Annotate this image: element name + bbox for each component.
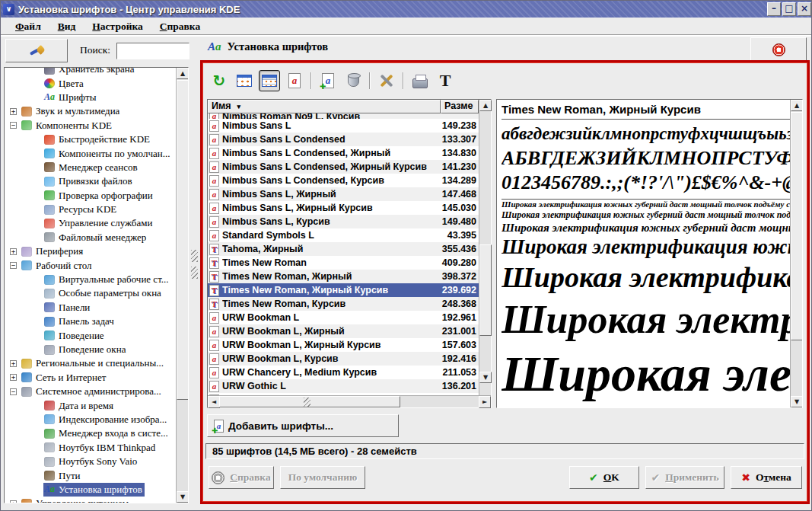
sidebar-item[interactable]: Быстродействие KDE [5, 133, 174, 146]
sidebar-item[interactable]: Дата и время [5, 398, 174, 412]
sidebar-item[interactable]: +Звук и мультимедиа [5, 104, 174, 118]
sidebar-item[interactable]: Компоненты по умолчан... [5, 146, 174, 160]
font-row[interactable]: aStandard Symbols L43.395 [208, 228, 479, 242]
sidebar-item[interactable]: +Управление питанием [5, 497, 174, 503]
add-fonts-button[interactable]: a✚ Добавить шрифты... [207, 414, 399, 437]
sidebar-item[interactable]: −Системное администрирова... [5, 385, 174, 398]
tree-expander-icon[interactable]: + [10, 108, 17, 115]
sidebar-item[interactable]: Менеджер сеансов [5, 161, 174, 174]
scrollbar-thumb[interactable] [219, 396, 400, 407]
font-row[interactable]: aNimbus Roman No9 L, Курсив [208, 113, 479, 119]
clear-search-button[interactable] [5, 39, 68, 62]
sidebar-item[interactable]: Цвета [5, 76, 174, 90]
menu-item[interactable]: Вид [51, 19, 83, 34]
add-font-icon[interactable]: a✚ [317, 70, 339, 91]
preview-scrollbar[interactable]: ▲ ▼ [790, 100, 802, 407]
help-button-top[interactable] [750, 37, 807, 62]
sidebar-item[interactable]: Ноутбук Sony Vaio [5, 455, 174, 468]
defaults-button[interactable]: По умолчанию [280, 466, 365, 489]
font-row[interactable]: TTahoma, Жирный355.436 [208, 242, 479, 256]
menu-item[interactable]: Справка [153, 19, 207, 34]
font-row[interactable]: aURW Bookman L, Курсив192.416 [208, 352, 479, 366]
font-row[interactable]: aNimbus Sans L Condensed, Жирный134.830 [208, 146, 479, 160]
font-row[interactable]: TTimes New Roman409.280 [208, 256, 479, 270]
scroll-right-icon[interactable]: ► [479, 396, 491, 408]
tree-expander-icon[interactable]: − [10, 122, 17, 129]
tree-expander-icon[interactable]: − [10, 262, 17, 269]
sidebar-item[interactable]: Панели [5, 301, 174, 315]
sidebar-item[interactable]: −Рабочий стол [5, 258, 174, 272]
minimize-button[interactable]: – [767, 2, 781, 16]
font-row[interactable]: aURW Gothic L136.201 [208, 379, 479, 393]
scroll-up-icon[interactable]: ▲ [791, 100, 803, 111]
font-row[interactable]: aURW Bookman L, Жирный231.001 [208, 324, 479, 338]
font-row[interactable]: aNimbus Sans L Condensed, Жирный Курсив1… [208, 160, 479, 174]
refresh-icon[interactable]: ↻ [209, 70, 230, 91]
column-size[interactable]: Разме [441, 100, 479, 113]
font-row[interactable]: TTimes New Roman, Жирный398.372 [208, 270, 479, 283]
scroll-up-icon[interactable]: ▲ [479, 100, 492, 111]
splitter[interactable] [189, 67, 200, 503]
sidebar-item[interactable]: Управление службами [5, 216, 174, 230]
maximize-button[interactable]: □ [782, 2, 796, 16]
delete-icon[interactable] [342, 70, 364, 91]
font-row[interactable]: aURW Bookman L, Жирный Курсив157.603 [208, 338, 479, 352]
ok-button[interactable]: ✔ OK [569, 466, 639, 489]
list-vscrollbar[interactable]: ▲ ▼ [479, 100, 491, 395]
font-row[interactable]: aNimbus Sans L, Жирный Курсив145.030 [208, 201, 479, 215]
scroll-up-icon[interactable]: ▲ [177, 68, 189, 79]
tree-expander-icon[interactable]: + [10, 360, 17, 367]
apply-button[interactable]: ✔ Применить [645, 466, 724, 489]
sidebar-item[interactable]: Проверка орфографии [5, 189, 174, 203]
scroll-left-icon[interactable]: ◄ [208, 396, 220, 408]
menu-item[interactable]: Настройка [85, 19, 149, 34]
sidebar-item[interactable]: Особые параметры окна [5, 286, 174, 300]
tree-scrollbar[interactable]: ▲ ▼ [176, 68, 188, 503]
sidebar-item[interactable]: Ноутбук IBM Thinkpad [5, 441, 174, 455]
cancel-button[interactable]: ✖ Отмена [731, 466, 802, 489]
font-row[interactable]: TTimes New Roman, Жирный Курсив239.692 [208, 283, 479, 297]
column-name[interactable]: Имя▾ [208, 100, 441, 113]
sidebar-item[interactable]: Привязки файлов [5, 174, 174, 188]
detailed-view-icon[interactable] [259, 70, 280, 91]
font-row[interactable]: aNimbus Sans L, Курсив149.480 [208, 215, 479, 228]
menu-item[interactable]: Файл [8, 19, 48, 34]
sidebar-item[interactable]: Пути [5, 468, 174, 482]
search-input[interactable] [116, 43, 189, 59]
sidebar-item[interactable]: Файловый менеджер [5, 231, 174, 244]
scroll-down-icon[interactable]: ▼ [791, 396, 803, 407]
scrollbar-thumb[interactable] [479, 244, 492, 336]
sidebar-item[interactable]: AaУстановка шрифтов [5, 483, 174, 497]
preview-text-icon[interactable]: T [435, 70, 456, 91]
font-row[interactable]: TTimes New Roman, Курсив248.368 [208, 297, 479, 311]
sidebar-item[interactable]: Менеджер входа в систе... [5, 426, 174, 440]
font-file-icon[interactable]: a [284, 70, 305, 91]
tree-expander-icon[interactable]: + [10, 248, 17, 255]
sidebar-item[interactable]: +Региональные и специальны... [5, 356, 174, 370]
scrollbar-thumb[interactable] [791, 112, 803, 340]
scrollbar-thumb[interactable] [177, 80, 189, 400]
sidebar-item[interactable]: Поведение окна [5, 343, 174, 356]
tree-expander-icon[interactable]: − [10, 388, 17, 395]
sidebar-item[interactable]: −Компоненты KDE [5, 119, 174, 133]
font-row[interactable]: aURW Chancery L, Medium Курсив211.053 [208, 366, 479, 379]
scroll-down-icon[interactable]: ▼ [479, 372, 492, 383]
scroll-down-icon[interactable]: ▼ [177, 491, 189, 503]
font-row[interactable]: aNimbus Sans L, Жирный147.468 [208, 187, 479, 201]
close-button[interactable]: × [798, 2, 811, 16]
sidebar-item[interactable]: Ресурсы KDE [5, 203, 174, 216]
sidebar-item[interactable]: +Сеть и Интернет [5, 371, 174, 385]
font-row[interactable]: aNimbus Sans L Condensed, Курсив134.289 [208, 174, 479, 187]
sidebar-item[interactable]: AaШрифты [5, 91, 174, 104]
sidebar-item[interactable]: Виртуальные рабочие ст... [5, 273, 174, 286]
help-button[interactable]: Справка [209, 466, 274, 489]
list-hscrollbar[interactable]: ◄ ► [208, 395, 491, 407]
configure-icon[interactable] [376, 70, 397, 91]
font-row[interactable]: aNimbus Sans L149.238 [208, 119, 479, 133]
sidebar-item[interactable]: Панель задач [5, 315, 174, 328]
print-icon[interactable] [409, 70, 431, 91]
sidebar-item[interactable]: +Периферия [5, 244, 174, 258]
tree-expander-icon[interactable]: + [10, 374, 17, 381]
sidebar-item[interactable]: Хранитель экрана [5, 67, 174, 76]
sidebar-item[interactable]: Поведение [5, 328, 174, 342]
